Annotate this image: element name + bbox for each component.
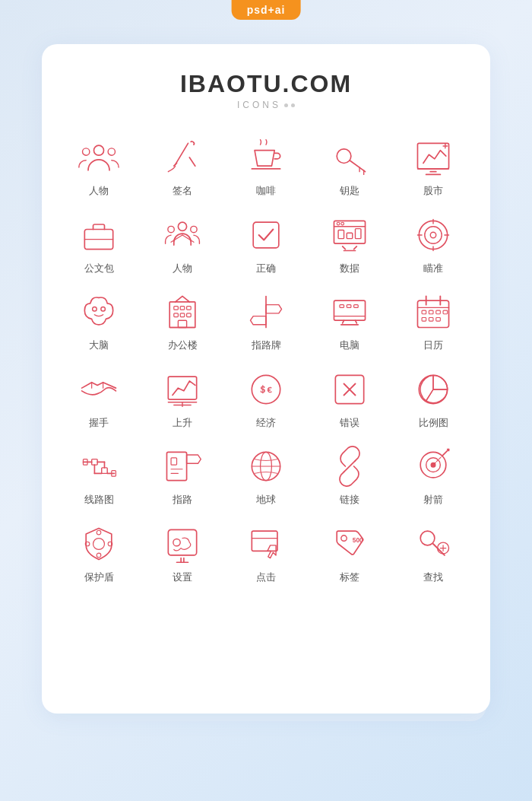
signpost-label: 指路牌	[252, 339, 281, 351]
icon-item-computer: 电脑	[308, 280, 391, 358]
site-title: IBAOTU.COM	[180, 70, 352, 98]
icon-item-economy: $ €经济	[224, 358, 308, 435]
computer-label: 电脑	[340, 339, 359, 351]
icon-item-target: 射箭	[391, 434, 475, 512]
click-icon	[243, 521, 289, 567]
svg-rect-31	[355, 228, 360, 238]
people-label: 人物	[89, 185, 109, 197]
settings-icon	[160, 521, 205, 567]
aim-icon	[410, 212, 456, 258]
svg-rect-46	[174, 307, 179, 310]
icon-item-earth: 地球	[224, 434, 308, 512]
icon-item-link: 链接	[308, 434, 391, 512]
svg-rect-50	[180, 313, 185, 317]
icon-item-piechart: 比例图	[391, 358, 475, 435]
svg-point-0	[93, 145, 103, 155]
svg-rect-119	[252, 531, 277, 551]
icon-item-stock: 股市	[391, 126, 475, 203]
key-label: 钥匙	[340, 185, 359, 197]
svg-point-43	[101, 307, 106, 312]
svg-point-112	[97, 530, 101, 535]
svg-point-121	[341, 536, 347, 541]
svg-rect-54	[334, 300, 365, 320]
icon-item-guide: 指路	[141, 434, 224, 512]
svg-rect-69	[422, 318, 426, 322]
icon-item-brain: 大脑	[57, 280, 141, 358]
signpost-icon	[243, 289, 289, 335]
tag-icon: 500	[327, 521, 372, 567]
svg-point-115	[173, 539, 180, 545]
handshake-icon	[76, 367, 122, 412]
key-icon	[327, 135, 372, 180]
icon-item-sign: 签名	[141, 126, 224, 203]
svg-rect-60	[347, 305, 351, 308]
tag-label: 标签	[340, 571, 359, 583]
search2-icon	[410, 521, 456, 567]
piechart-icon	[410, 367, 456, 412]
icon-item-error: 错误	[308, 358, 391, 435]
link-icon	[327, 443, 372, 489]
svg-point-2	[108, 148, 115, 155]
svg-rect-61	[354, 305, 359, 308]
icon-item-calendar: 日历	[391, 280, 475, 358]
svg-rect-67	[429, 310, 433, 314]
people-icon	[76, 135, 122, 180]
data-icon	[327, 212, 372, 258]
svg-point-123	[420, 531, 435, 545]
svg-rect-97	[171, 458, 176, 465]
icon-item-data: 数据	[308, 203, 391, 281]
svg-rect-48	[187, 307, 192, 310]
svg-rect-75	[168, 377, 196, 399]
icon-item-click: 点击	[224, 512, 308, 590]
svg-line-108	[433, 455, 443, 465]
svg-rect-47	[180, 307, 185, 310]
stock-label: 股市	[423, 185, 443, 197]
icon-item-coffee: 咖啡	[224, 126, 308, 203]
svg-rect-30	[347, 233, 352, 238]
rise-label: 上升	[173, 417, 192, 429]
icon-item-aim: 瞄准	[391, 203, 475, 281]
brain-icon	[76, 289, 122, 335]
svg-rect-24	[253, 222, 279, 248]
icon-item-briefcase: 公文包	[57, 203, 141, 281]
icon-item-people2: 人物	[141, 203, 224, 281]
svg-rect-51	[187, 313, 192, 317]
search2-label: 查找	[423, 571, 443, 583]
coffee-icon	[243, 135, 289, 180]
svg-point-28	[341, 222, 344, 225]
svg-line-33	[354, 246, 357, 250]
svg-rect-59	[340, 305, 344, 308]
error-label: 错误	[340, 417, 359, 429]
svg-point-27	[337, 222, 340, 225]
svg-rect-29	[338, 230, 344, 238]
svg-rect-66	[422, 310, 426, 314]
error-icon	[327, 367, 372, 412]
computer-icon	[327, 289, 372, 335]
svg-rect-87	[102, 468, 107, 473]
svg-rect-114	[168, 529, 196, 555]
svg-line-32	[343, 246, 346, 250]
svg-rect-68	[436, 310, 441, 314]
link-label: 链接	[340, 494, 359, 506]
svg-point-19	[178, 222, 186, 230]
icon-item-settings: 设置	[141, 512, 224, 590]
svg-text:500: 500	[353, 536, 363, 544]
icon-item-people: 人物	[57, 126, 141, 203]
icon-item-building: 办公楼	[141, 280, 224, 358]
brain-label: 大脑	[89, 339, 109, 351]
svg-point-113	[97, 553, 101, 558]
svg-point-21	[191, 226, 197, 232]
icon-item-shield: 保护盾	[57, 512, 141, 590]
building-label: 办公楼	[168, 339, 198, 351]
aim-label: 瞄准	[423, 262, 443, 275]
svg-line-3	[176, 143, 188, 164]
icon-item-circuit: 线路图	[57, 434, 141, 512]
sign-label: 签名	[173, 185, 192, 197]
svg-text:€: €	[268, 385, 272, 394]
guide-icon	[160, 443, 205, 489]
icons-grid: 人物 签名 咖啡 钥匙 股市 公文包 人物	[57, 126, 475, 590]
building-icon	[160, 289, 205, 335]
svg-line-8	[350, 161, 366, 172]
earth-label: 地球	[256, 494, 276, 506]
settings-label: 设置	[173, 571, 192, 583]
